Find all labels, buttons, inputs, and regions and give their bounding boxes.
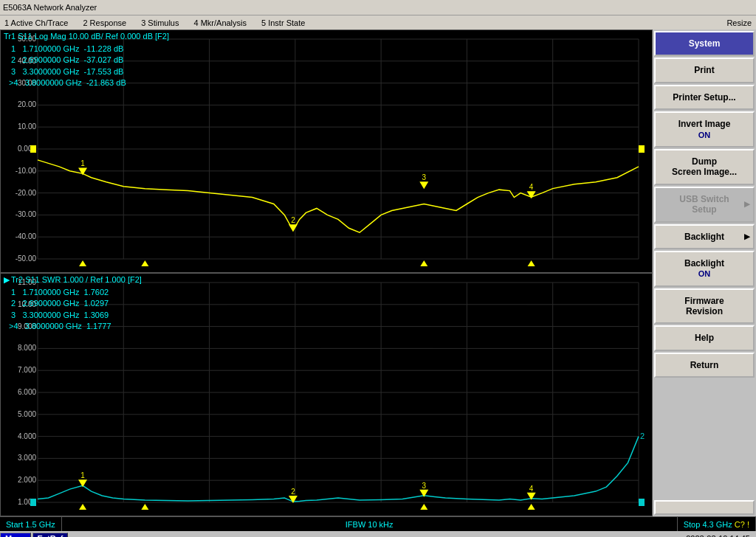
btn-backlight[interactable]: BacklightON [654,251,755,287]
status-stop: Stop 4.3 GHz C? ! [678,517,756,531]
btn-invert-image[interactable]: Invert Image ON [654,111,755,148]
status-bar: Start 1.5 GHz IFBW 10 kHz Stop 4.3 GHz C… [0,516,756,531]
btn-printer-setup[interactable]: Printer Setup... [654,85,755,110]
menu-mkr-analysis[interactable]: 4 Mkr/Analysis [192,18,248,27]
tr2-active: ▶ [1,274,13,286]
status-c2: C? [735,520,745,529]
btn-meas-bottom[interactable]: Meas [0,533,31,537]
right-panel: System Print Printer Setup... Invert Ima… [653,30,756,516]
btn-return[interactable] [654,500,755,515]
title-text: E5063A Network Analyzer [3,3,97,12]
canvas-top [1,30,652,272]
btn-print[interactable]: Print [654,58,755,83]
btn-usb-switch[interactable]: USB SwitchSetup [654,187,755,223]
btn-firmware-revision[interactable]: FirmwareRevision [654,288,755,325]
bottom-bar: Meas ExtRef 2023-03-10 14:45 [0,531,756,537]
canvas-bottom [1,274,652,516]
menu-response[interactable]: 2 Response [81,18,128,27]
title-bar: E5063A Network Analyzer [0,0,756,15]
status-start-label: Start 1.5 GHz [6,520,55,529]
status-stop-label: Stop 4.3 GHz [684,520,732,529]
menu-instr-state[interactable]: 5 Instr State [260,18,306,27]
menu-stimulus[interactable]: 3 Stimulus [140,18,180,27]
status-start: Start 1.5 GHz [0,517,62,531]
chart-bottom: ▶ Tr2 S11 SWR 1.000 / Ref 1.000 [F2] 1 1… [0,273,653,516]
btn-dump-screen[interactable]: DumpScreen Image... [654,149,755,185]
menu-active-ch[interactable]: 1 Active Ch/Trace [3,18,69,27]
btn-help[interactable]: Return [654,353,755,378]
menu-bar: 1 Active Ch/Trace 2 Response 3 Stimulus … [0,15,756,30]
btn-service-menu[interactable]: Help [654,325,755,350]
status-exclamation: ! [747,520,749,529]
status-ifbw: IFBW 10 kHz [62,517,678,531]
main-layout: Tr1 S11 Log Mag 10.00 dB/ Ref 0.000 dB [… [0,30,756,516]
btn-extref-bottom[interactable]: ExtRef [32,533,69,537]
btn-misc-setup[interactable]: Backlight [654,224,755,249]
datetime-label: 2023-03-10 14:45 [686,534,756,537]
status-ifbw-label: IFBW 10 kHz [346,520,394,529]
chart-area: Tr1 S11 Log Mag 10.00 dB/ Ref 0.000 dB [… [0,30,653,516]
btn-system[interactable]: System [654,31,755,56]
menu-resize[interactable]: Resize [725,18,753,27]
chart-top: Tr1 S11 Log Mag 10.00 dB/ Ref 0.000 dB [… [0,30,653,273]
